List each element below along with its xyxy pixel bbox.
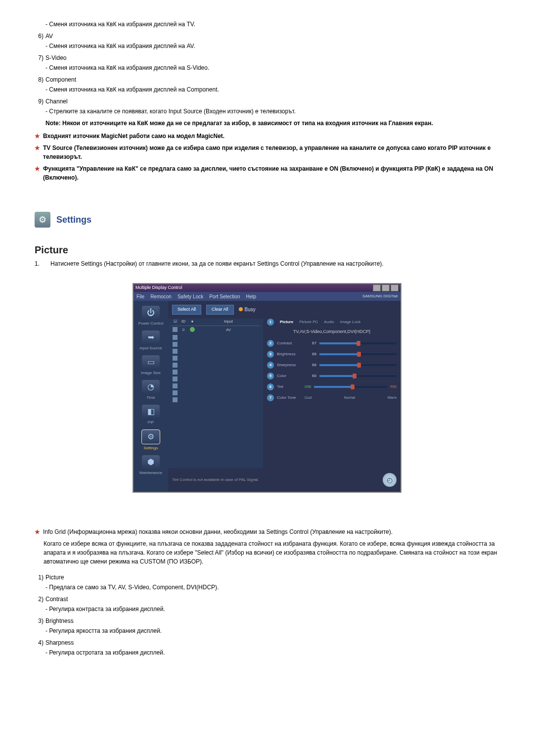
tint-slider[interactable]: [314, 386, 387, 388]
list-item: 9) Channel: [35, 97, 499, 106]
maintenance-icon: ⬢: [142, 455, 160, 469]
table-row[interactable]: [171, 355, 260, 362]
row-checkbox[interactable]: [173, 390, 178, 395]
row-checkbox[interactable]: [173, 383, 178, 388]
menu-safety-lock[interactable]: Safety Lock: [178, 293, 203, 300]
table-row[interactable]: [171, 389, 260, 396]
table-row[interactable]: [171, 376, 260, 382]
toolbar: Select All Clear All Busy: [168, 301, 400, 319]
titlebar: Multiple Display Control: [134, 284, 400, 292]
table-row[interactable]: [171, 341, 260, 348]
row-checkbox[interactable]: [173, 342, 178, 347]
brand-label: SAMSUNG DIGITall: [362, 293, 398, 299]
section-header: ⚙ Settings: [35, 212, 499, 228]
list-item: 6) AV: [35, 32, 499, 41]
table-row[interactable]: [171, 362, 260, 369]
color-tone-selector[interactable]: Cool Normal Warm: [305, 395, 397, 401]
info-paragraph: Когато се избере всяка от функциите, на …: [44, 539, 499, 566]
star-notes: ★ Входният източник MagicNet работи само…: [35, 132, 499, 182]
input-source-icon: ➥: [142, 331, 160, 344]
slider[interactable]: [319, 342, 397, 344]
close-button[interactable]: [391, 284, 399, 291]
menu-help[interactable]: Help: [246, 293, 256, 300]
picture-intro: 1. Натиснете Settings (Настройки) от гла…: [35, 259, 499, 283]
callout-badge: 2: [267, 340, 274, 347]
list-sub: - Сменя източника на КвК на избрания дис…: [45, 20, 499, 29]
select-all-button[interactable]: Select All: [172, 305, 201, 315]
clock-icon: ◴: [383, 473, 397, 487]
sidebar-item-time[interactable]: ◔ Time: [137, 380, 165, 401]
mode-label: TV,AV,S-Video,Component,DVI(HDCP): [267, 329, 397, 335]
slider-label: Color: [277, 373, 302, 379]
star-icon: ★: [35, 527, 40, 536]
row-checkbox[interactable]: [173, 335, 178, 340]
tint-label: Tint: [277, 384, 302, 390]
sidebar-item-input-source[interactable]: ➥ Input Source: [137, 331, 165, 351]
menu-port-selection[interactable]: Port Selection: [209, 293, 240, 300]
picture-heading: Picture: [35, 242, 499, 257]
clear-all-button[interactable]: Clear All: [206, 305, 234, 315]
row-checkbox[interactable]: [173, 363, 178, 368]
maximize-button[interactable]: [382, 284, 390, 291]
row-checkbox[interactable]: [173, 327, 178, 332]
slider[interactable]: [319, 353, 397, 355]
table-row[interactable]: [171, 382, 260, 389]
sidebar-item-pip[interactable]: ◧ PIP: [137, 405, 165, 425]
row-checkbox[interactable]: [173, 370, 178, 375]
power-icon: ⏻: [142, 306, 160, 320]
table-row[interactable]: [171, 396, 260, 403]
app-screenshot: Multiple Display Control File Remocon Sa…: [133, 283, 401, 493]
note-block: Note: Някои от източниците на КвК може д…: [45, 119, 499, 128]
status-dot: [190, 327, 195, 332]
slider-row: 4Sharpness68: [267, 362, 397, 369]
slider-row: 5Color60: [267, 373, 397, 379]
slider-value: 60: [305, 373, 316, 379]
slider[interactable]: [319, 364, 397, 366]
menubar: File Remocon Safety Lock Port Selection …: [134, 292, 400, 301]
star-icon: ★: [35, 164, 40, 173]
slider-label: Sharpness: [277, 362, 302, 368]
menu-file[interactable]: File: [136, 293, 144, 300]
busy-indicator: Busy: [239, 306, 256, 313]
row-checkbox[interactable]: [173, 356, 178, 361]
time-icon: ◔: [142, 380, 160, 394]
bottom-list: 1)Picture - Предлага се само за TV, AV, …: [35, 573, 499, 657]
table-row[interactable]: [171, 369, 260, 376]
menu-remocon[interactable]: Remocon: [150, 293, 172, 300]
tab-picture[interactable]: Picture: [280, 319, 293, 325]
callout-badge: 3: [267, 351, 274, 358]
list-item: 8) Component: [35, 75, 499, 84]
tab-picture-pc[interactable]: Picture PC: [299, 319, 318, 325]
sidebar-item-image-size[interactable]: ▭ Image Size: [137, 355, 165, 376]
callout-1: 1: [267, 319, 274, 326]
minimize-button[interactable]: [373, 284, 381, 291]
slider-row: 2Contrast67: [267, 340, 397, 347]
settings-panel: 1 Picture Picture PC Audio Image Lock TV…: [263, 319, 400, 469]
callout-badge: 4: [267, 362, 274, 369]
status-footer: Tint Control is not available in case of…: [168, 468, 400, 492]
tab-audio[interactable]: Audio: [324, 319, 334, 325]
tabs: 1 Picture Picture PC Audio Image Lock: [267, 319, 397, 326]
callout-7: 7: [267, 394, 274, 401]
settings-icon: ⚙: [35, 212, 50, 228]
sidebar-item-power-control[interactable]: ⏻ Power Control: [137, 306, 165, 327]
row-checkbox[interactable]: [173, 397, 178, 402]
table-row[interactable]: [171, 348, 260, 355]
slider-value: 67: [305, 340, 316, 346]
pip-icon: ◧: [142, 405, 160, 419]
slider-value: 68: [305, 362, 316, 368]
tab-image-lock[interactable]: Image Lock: [340, 319, 360, 325]
table-row[interactable]: 0AV: [171, 326, 260, 334]
settings-sidebar-icon: ⚙: [141, 429, 160, 444]
table-row[interactable]: [171, 334, 260, 341]
row-checkbox[interactable]: [173, 349, 178, 354]
row-checkbox[interactable]: [173, 377, 178, 381]
sidebar-item-maintenance[interactable]: ⬢ Maintenance: [137, 455, 165, 476]
section-title: Settings: [56, 213, 91, 227]
sidebar: ⏻ Power Control ➥ Input Source ▭ Image S…: [134, 301, 168, 492]
sidebar-item-settings[interactable]: ⚙ Settings: [137, 429, 165, 451]
slider-label: Contrast: [277, 340, 302, 346]
callout-6: 6: [267, 383, 274, 390]
slider[interactable]: [319, 375, 397, 377]
info-star-text: Info Grid (Информационна мрежа) показва …: [43, 527, 499, 536]
